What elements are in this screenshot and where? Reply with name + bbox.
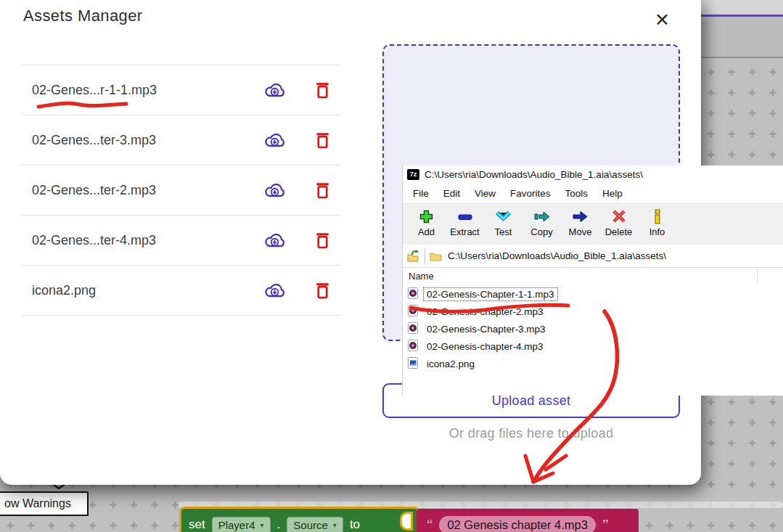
sevenzip-menubar: FileEditViewFavoritesToolsHelp: [403, 183, 783, 204]
file-row[interactable]: 02-Genesis-Chapter-1-1.mp3: [407, 285, 783, 303]
menu-item-help[interactable]: Help: [595, 188, 630, 199]
info-i-icon: [652, 207, 663, 226]
mp3-file-icon: [407, 322, 419, 337]
file-name[interactable]: icona2.png: [423, 357, 478, 371]
cloud-download-icon[interactable]: [263, 81, 286, 99]
set-player-source-block[interactable]: set Player4 ▾ . Source ▾ to: [179, 507, 419, 532]
address-path[interactable]: C:\Users\ria\Downloads\Audio_Bible_1.aia…: [448, 250, 666, 261]
asset-name: 02-Genes...ter-2.mp3: [22, 183, 263, 198]
close-icon[interactable]: ✕: [655, 11, 670, 29]
property-dropdown[interactable]: Source ▾: [287, 517, 343, 532]
cloud-download-icon[interactable]: [263, 181, 286, 200]
to-label: to: [350, 517, 360, 532]
gray-divider: [701, 57, 783, 58]
file-row[interactable]: 02-Genesis-Chapter-3.mp3: [407, 320, 783, 337]
toolbar-label: Extract: [450, 226, 479, 237]
sevenzip-logo-icon: 7z: [407, 169, 419, 180]
asset-name: 02-Genes...ter-4.mp3: [22, 233, 263, 248]
menu-item-edit[interactable]: Edit: [436, 188, 467, 199]
sevenzip-file-list: Name 02-Genesis-Chapter-1-1.mp302-Genesi…: [403, 268, 783, 372]
toolbar-button-info[interactable]: Info: [638, 204, 676, 237]
file-name[interactable]: 02-Genesis-Chapter-1-1.mp3: [423, 287, 558, 301]
trash-icon[interactable]: [315, 81, 332, 99]
dropdown-caret-icon: ▾: [333, 521, 337, 529]
asset-name: 02-Genes...ter-3.mp3: [22, 133, 263, 148]
trash-icon[interactable]: [315, 181, 332, 200]
toolbar-button-copy[interactable]: Copy: [522, 204, 561, 237]
asset-row: icona2.png: [22, 265, 341, 315]
block-socket: [400, 512, 413, 531]
cloud-download-icon[interactable]: [263, 231, 286, 250]
property-value: Source: [293, 519, 328, 531]
png-file-icon: [407, 356, 419, 372]
file-row[interactable]: 02-Genesis-chapter-2.mp3: [407, 303, 783, 320]
drag-files-hint: Or drag files here to upload: [382, 426, 680, 441]
screen: ow Warnings set Player4 ▾ . Source ▾ to …: [0, 0, 783, 532]
file-row[interactable]: icona2.png: [407, 355, 783, 372]
sevenzip-title-path: C:\Users\ria\Downloads\Audio_Bible_1.aia…: [425, 169, 643, 180]
menu-item-favorites[interactable]: Favorites: [503, 188, 558, 199]
asset-list: 02-Genes...r-1-1.mp302-Genes...ter-3.mp3…: [22, 65, 341, 316]
column-header-name[interactable]: Name: [407, 271, 783, 285]
toolbar-button-move[interactable]: Move: [561, 204, 599, 237]
sevenzip-titlebar[interactable]: 7z C:\Users\ria\Downloads\Audio_Bible_1.…: [403, 165, 783, 183]
asset-name: 02-Genes...r-1-1.mp3: [22, 83, 263, 98]
mp3-file-icon: [407, 287, 419, 302]
show-warnings-button[interactable]: ow Warnings: [0, 491, 89, 516]
file-row[interactable]: 02-Genesis-chapter-4.mp3: [407, 337, 783, 355]
cloud-download-icon[interactable]: [263, 281, 286, 300]
text-value-field[interactable]: 02 Genesis chapter 4.mp3: [439, 516, 596, 532]
dot-label: .: [277, 517, 281, 532]
file-name[interactable]: 02-Genesis-chapter-4.mp3: [423, 340, 547, 353]
toolbar-label: Info: [649, 226, 665, 237]
toolbar-label: Test: [495, 226, 512, 237]
trash-icon[interactable]: [315, 131, 332, 150]
column-separator[interactable]: [757, 269, 758, 282]
file-name[interactable]: 02-Genesis-Chapter-3.mp3: [423, 322, 549, 336]
header-band: [701, 17, 783, 57]
menu-item-file[interactable]: File: [406, 188, 436, 199]
extract-minus-icon: [456, 207, 474, 226]
toolbar-button-extract[interactable]: Extract: [446, 204, 484, 237]
mp3-file-icon: [407, 304, 419, 319]
up-folder-icon[interactable]: [406, 249, 420, 263]
trash-icon[interactable]: [315, 281, 332, 300]
sevenzip-address-bar[interactable]: C:\Users\ria\Downloads\Audio_Bible_1.aia…: [403, 245, 783, 268]
toolbar-button-delete[interactable]: Delete: [599, 204, 638, 237]
component-value: Player4: [218, 519, 255, 531]
toolbar-label: Copy: [530, 226, 552, 237]
delete-x-icon: [611, 207, 627, 226]
open-quote: “: [427, 517, 433, 532]
toolbar-button-add[interactable]: Add: [407, 204, 446, 237]
test-chevron-icon: [494, 207, 512, 226]
toolbar-label: Add: [418, 226, 435, 237]
warnings-label: ow Warnings: [4, 497, 71, 510]
set-label: set: [189, 517, 205, 532]
mp3-file-icon: [407, 339, 419, 354]
text-string-block[interactable]: “ 02 Genesis chapter 4.mp3 ”: [417, 509, 639, 532]
cloud-download-icon[interactable]: [263, 131, 286, 150]
menu-item-view[interactable]: View: [467, 188, 503, 199]
address-separator: [425, 248, 425, 264]
dialog-title: Assets Manager: [23, 7, 143, 25]
add-plus-icon: [418, 207, 435, 226]
component-dropdown[interactable]: Player4 ▾: [212, 517, 271, 532]
asset-row: 02-Genes...ter-4.mp3: [22, 215, 341, 265]
asset-row: 02-Genes...ter-3.mp3: [22, 115, 341, 165]
menu-item-tools[interactable]: Tools: [558, 188, 596, 199]
toolbar-label: Move: [569, 226, 592, 237]
toolbar-label: Delete: [605, 226, 633, 237]
toolbar-band: [701, 0, 783, 15]
asset-name: icona2.png: [22, 283, 263, 298]
sevenzip-window: 7z C:\Users\ria\Downloads\Audio_Bible_1.…: [402, 165, 783, 396]
file-name[interactable]: 02-Genesis-chapter-2.mp3: [423, 305, 547, 319]
asset-row: 02-Genes...r-1-1.mp3: [22, 65, 341, 115]
copy-arrow-icon: [533, 207, 552, 226]
toolbar-button-test[interactable]: Test: [484, 204, 522, 237]
sevenzip-toolbar: AddExtractTestCopyMoveDeleteInfo: [403, 204, 783, 245]
close-quote: ”: [602, 517, 608, 532]
asset-row: 02-Genes...ter-2.mp3: [22, 165, 341, 215]
move-arrow-icon: [571, 207, 589, 226]
trash-icon[interactable]: [315, 231, 332, 250]
folder-icon: [430, 250, 442, 261]
